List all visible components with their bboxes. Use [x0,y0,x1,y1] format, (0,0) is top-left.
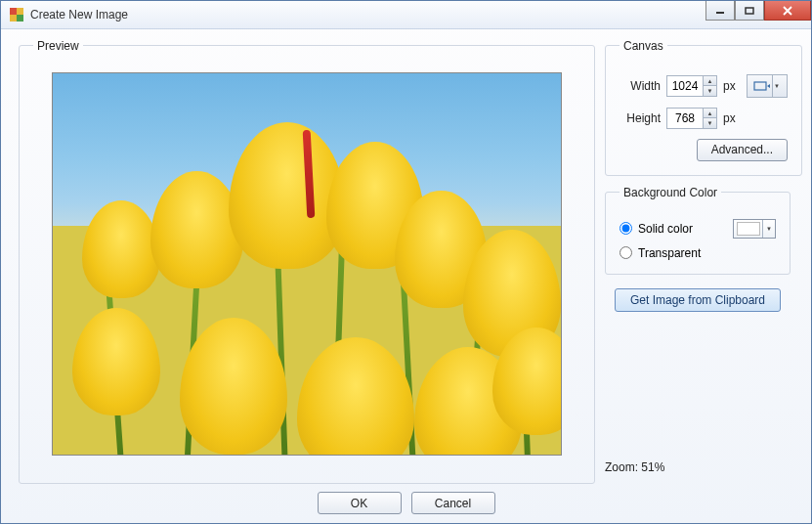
width-row: Width ▲ ▼ px [620,74,788,98]
orientation-icon [753,79,771,93]
dialog-window: Create New Image Preview [0,0,812,524]
right-column: Canvas Width ▲ ▼ px [605,39,791,484]
svg-rect-4 [746,8,753,14]
height-row: Height ▲ ▼ px [620,108,788,129]
height-label: Height [620,111,661,125]
solid-color-label: Solid color [638,222,693,236]
height-spinner[interactable]: ▲ ▼ [666,108,717,129]
solid-color-radio[interactable] [620,222,632,235]
transparent-label: Transparent [638,246,701,260]
width-up-icon[interactable]: ▲ [704,76,716,87]
background-legend: Background Color [620,186,721,199]
color-dropdown-icon: ▼ [762,220,775,238]
width-down-icon[interactable]: ▼ [704,86,716,96]
height-unit: px [723,111,741,125]
maximize-button[interactable] [735,1,764,21]
background-group: Background Color Solid color ▼ Transpare… [605,186,791,275]
cancel-button[interactable]: Cancel [411,492,495,514]
canvas-legend: Canvas [620,39,667,53]
orientation-dropdown-icon[interactable]: ▼ [772,75,782,97]
svg-rect-2 [17,15,23,22]
zoom-label: Zoom: 51% [605,460,791,474]
height-input[interactable] [667,109,703,128]
minimize-button[interactable] [705,1,735,21]
titlebar[interactable]: Create New Image [1,1,811,29]
width-input[interactable] [667,76,703,96]
preview-group: Preview [19,39,595,484]
transparent-radio[interactable] [620,246,632,259]
width-spinner[interactable]: ▲ ▼ [666,75,717,97]
width-unit: px [723,79,741,93]
ok-button[interactable]: OK [318,492,402,514]
clipboard-button[interactable]: Get Image from Clipboard [615,288,781,312]
dialog-content: Preview [1,29,811,484]
advanced-row: Advanced... [620,139,788,161]
preview-legend: Preview [33,39,83,53]
solid-color-row: Solid color ▼ [620,219,776,239]
svg-rect-5 [754,82,766,90]
color-swatch [737,222,760,236]
height-down-icon[interactable]: ▼ [704,118,716,128]
canvas-group: Canvas Width ▲ ▼ px [605,39,802,176]
close-button[interactable] [764,1,811,21]
app-icon [9,7,24,22]
transparent-row: Transparent [620,246,776,260]
color-dropdown[interactable]: ▼ [733,219,776,239]
window-title: Create New Image [30,8,128,22]
svg-rect-3 [716,12,724,14]
preview-image [52,72,562,456]
advanced-button[interactable]: Advanced... [697,139,788,161]
orientation-button[interactable]: ▼ [747,74,788,98]
width-label: Width [620,79,661,93]
svg-rect-1 [10,8,17,15]
dialog-footer: OK Cancel [1,484,811,523]
window-controls [705,1,811,21]
height-up-icon[interactable]: ▲ [704,109,716,119]
